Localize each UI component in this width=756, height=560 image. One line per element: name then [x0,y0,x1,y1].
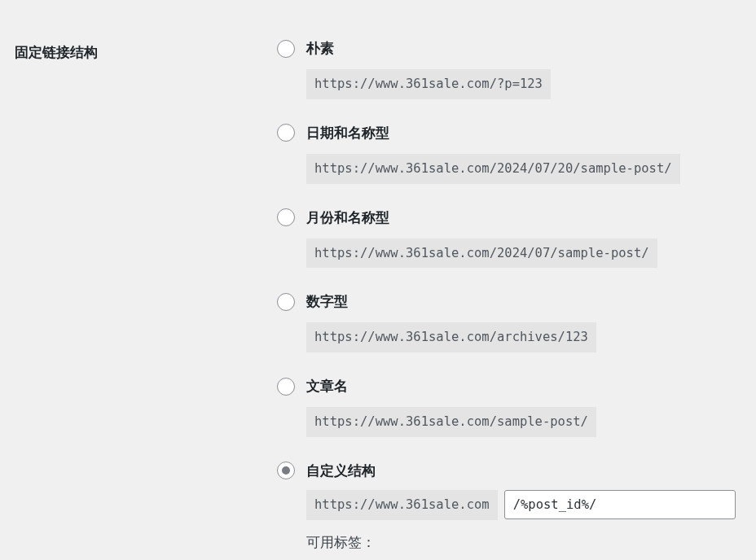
option-plain-label: 朴素 [306,39,334,58]
permalink-options: 朴素 https://www.361sale.com/?p=123 日期和名称型… [277,39,756,552]
option-post-name-url: https://www.361sale.com/sample-post/ [306,407,596,437]
section-label: 固定链接结构 [15,45,98,60]
radio-plain[interactable] [277,40,295,58]
radio-post-name[interactable] [277,378,295,396]
option-numeric-url: https://www.361sale.com/archives/123 [306,322,596,352]
option-month-name-label: 月份和名称型 [306,208,389,227]
option-day-name[interactable]: 日期和名称型 [277,124,756,142]
radio-day-name[interactable] [277,124,295,142]
option-numeric-label: 数字型 [306,292,348,311]
option-post-name[interactable]: 文章名 [277,377,756,396]
option-plain-url: https://www.361sale.com/?p=123 [306,69,551,99]
radio-numeric[interactable] [277,293,295,311]
custom-structure-input[interactable] [504,490,736,519]
option-day-name-label: 日期和名称型 [306,124,389,142]
option-month-name[interactable]: 月份和名称型 [277,208,756,227]
option-custom[interactable]: 自定义结构 [277,462,756,480]
available-tags-label: 可用标签： [306,533,756,552]
option-day-name-url: https://www.361sale.com/2024/07/20/sampl… [306,154,680,184]
radio-month-name[interactable] [277,208,295,226]
option-month-name-url: https://www.361sale.com/2024/07/sample-p… [306,238,657,269]
radio-custom[interactable] [277,462,295,479]
option-numeric[interactable]: 数字型 [277,292,756,311]
option-custom-label: 自定义结构 [306,462,376,480]
option-plain[interactable]: 朴素 [277,39,756,58]
option-post-name-label: 文章名 [306,377,348,396]
option-custom-base-url: https://www.361sale.com [306,490,498,520]
